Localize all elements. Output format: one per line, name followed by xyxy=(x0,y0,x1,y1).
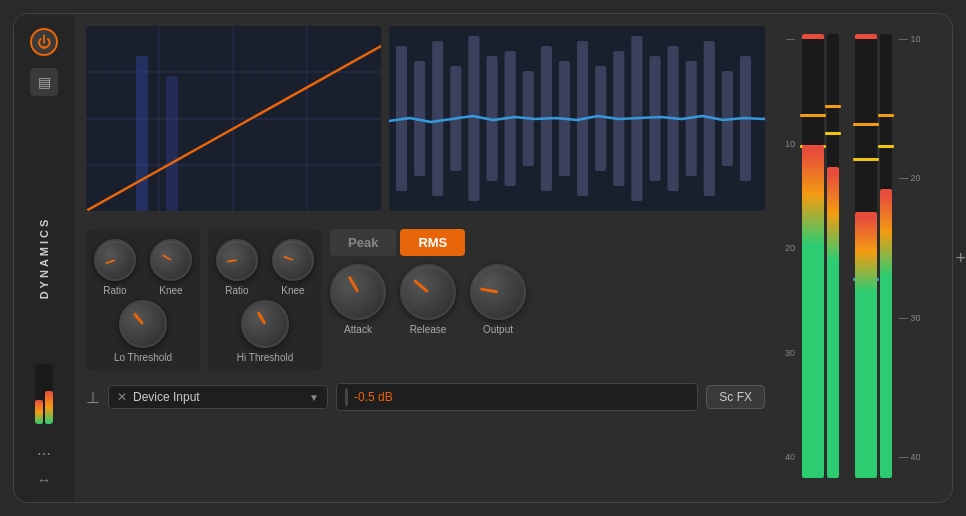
device-dropdown-icon: ▼ xyxy=(309,392,319,403)
lo-threshold-col: Lo Threshold xyxy=(114,300,172,363)
right-controls: Peak RMS Attack Release xyxy=(330,229,765,335)
dots-icon[interactable]: ⋯ xyxy=(37,446,51,462)
mini-meter xyxy=(35,364,53,424)
dynamics-graph xyxy=(86,26,381,211)
lo-ratio-knob[interactable] xyxy=(94,239,136,281)
output-label: Output xyxy=(483,324,513,335)
meter-label-30: 30 xyxy=(785,348,795,358)
ard-row: Attack Release Output xyxy=(330,264,765,335)
top-section xyxy=(86,26,765,221)
meter-r-label-30: — 30 xyxy=(899,313,921,323)
hi-knee-knob[interactable] xyxy=(272,239,314,281)
lo-ratio-col: Ratio xyxy=(94,239,136,296)
arrow-icon[interactable]: ↔ xyxy=(37,472,51,488)
svg-rect-6 xyxy=(136,56,148,211)
db-bar-indicator xyxy=(345,388,348,406)
meter-label-10: 10 xyxy=(785,139,795,149)
release-knob[interactable] xyxy=(400,264,456,320)
svg-rect-13 xyxy=(468,36,479,201)
device-name: Device Input xyxy=(133,390,303,404)
hi-ratio-label: Ratio xyxy=(225,285,248,296)
hi-knee-col: Knee xyxy=(272,239,314,296)
meter-r-label-top: — 10 xyxy=(899,34,921,44)
meter-r-label-20: — 20 xyxy=(899,173,921,183)
hi-ratio-knob[interactable] xyxy=(216,239,258,281)
device-x-icon: ✕ xyxy=(117,390,127,404)
hi-knee-label: Knee xyxy=(281,285,304,296)
lo-knee-label: Knee xyxy=(159,285,182,296)
rms-button[interactable]: RMS xyxy=(400,229,465,256)
svg-rect-20 xyxy=(595,66,606,171)
sc-fx-button[interactable]: Sc FX xyxy=(706,385,765,409)
lo-group: Ratio Knee Lo Threshold xyxy=(86,229,200,371)
output-col: Output xyxy=(470,264,526,335)
hi-group: Ratio Knee Hi Threshold xyxy=(208,229,322,371)
meter-label-20: 20 xyxy=(785,243,795,253)
attack-label: Attack xyxy=(344,324,372,335)
main-content: Ratio Knee Lo Threshold xyxy=(74,14,777,502)
waveform-display xyxy=(389,26,765,211)
hi-threshold-col: Hi Threshold xyxy=(237,300,294,363)
release-label: Release xyxy=(410,324,447,335)
meter-label-40: 40 xyxy=(785,452,795,462)
peak-button[interactable]: Peak xyxy=(330,229,396,256)
svg-rect-11 xyxy=(432,41,443,196)
attack-knob[interactable] xyxy=(330,264,386,320)
controls-wrapper: Ratio Knee Lo Threshold xyxy=(86,229,765,371)
hi-ratio-col: Ratio xyxy=(216,239,258,296)
release-col: Release xyxy=(400,264,456,335)
device-select[interactable]: ✕ Device Input ▼ xyxy=(108,385,328,409)
hi-threshold-label: Hi Threshold xyxy=(237,352,294,363)
left-sidebar: ⏻ ▤ DYNAMICS ⋯ ↔ xyxy=(14,14,74,502)
right-meter-section: — 10 20 30 40 xyxy=(777,14,952,502)
folder-button[interactable]: ▤ xyxy=(30,68,58,96)
bottom-bar: ⊥ ✕ Device Input ▼ -0.5 dB Sc FX xyxy=(86,379,765,415)
meter-r-label-40: — 40 xyxy=(899,452,921,462)
output-knob[interactable] xyxy=(470,264,526,320)
mode-buttons: Peak RMS xyxy=(330,229,765,256)
right-plus-button[interactable]: + xyxy=(955,248,966,269)
lo-ratio-label: Ratio xyxy=(103,285,126,296)
lo-threshold-knob[interactable] xyxy=(119,300,167,348)
lo-knee-col: Knee xyxy=(150,239,192,296)
meter-label-top: — xyxy=(785,34,795,44)
svg-rect-7 xyxy=(166,76,178,211)
dynamics-label: DYNAMICS xyxy=(38,217,50,300)
lo-threshold-label: Lo Threshold xyxy=(114,352,172,363)
power-button[interactable]: ⏻ xyxy=(30,28,58,56)
lo-knee-knob[interactable] xyxy=(150,239,192,281)
attack-col: Attack xyxy=(330,264,386,335)
db-value: -0.5 dB xyxy=(354,390,393,404)
db-display: -0.5 dB xyxy=(336,383,698,411)
device-icon: ⊥ xyxy=(86,388,100,407)
hi-threshold-knob[interactable] xyxy=(241,300,289,348)
